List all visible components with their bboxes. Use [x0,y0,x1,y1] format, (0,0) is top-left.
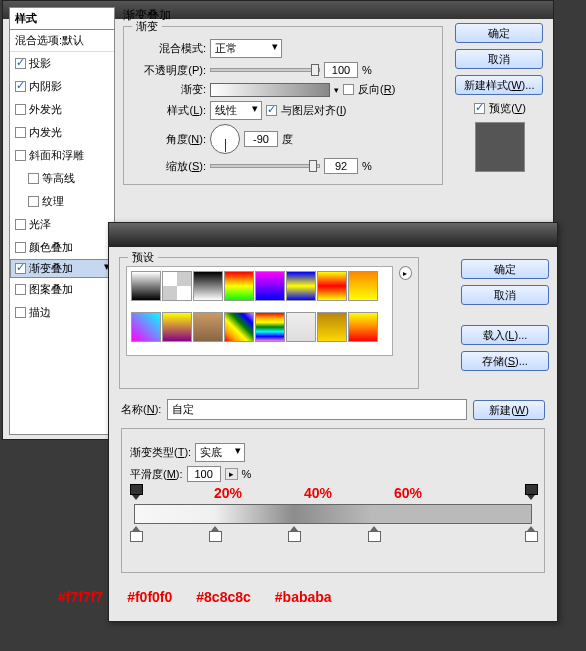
style-checkbox[interactable] [15,307,26,318]
blend-mode-select[interactable]: 正常 [210,39,282,58]
preset-swatch-4[interactable] [255,271,285,301]
gradient-preview-bar[interactable] [210,83,330,97]
style-checkbox[interactable] [15,58,26,69]
preset-swatch-6[interactable] [317,271,347,301]
ge-new-button[interactable]: 新建(W) [473,400,545,420]
gradient-type-fieldset: 渐变类型(T): 实底 平滑度(M): 100 ▸ % 20% 40% 60% [121,428,545,573]
style-item-等高线[interactable]: 等高线 [10,167,114,190]
preset-swatch-10[interactable] [193,312,223,342]
styles-header: 样式 [10,8,114,30]
angle-input[interactable]: -90 [244,131,278,147]
style-item-外发光[interactable]: 外发光 [10,98,114,121]
preset-swatch-12[interactable] [255,312,285,342]
angle-label: 角度(N): [130,132,206,147]
style-item-图案叠加[interactable]: 图案叠加 [10,278,114,301]
ge-save-button[interactable]: 存储(S)... [461,351,549,371]
preset-menu-icon[interactable]: ▸ [399,266,412,280]
reverse-label: 反向(R) [358,82,395,97]
name-input[interactable]: 自定 [167,399,467,420]
preview-swatch [475,122,525,172]
preset-swatch-14[interactable] [317,312,347,342]
opacity-stop-left[interactable] [130,486,141,500]
ge-ok-button[interactable]: 确定 [461,259,549,279]
hex-annotations: #f7f7f7 #f0f0f0 #8c8c8c #bababa [58,589,332,605]
preset-swatch-13[interactable] [286,312,316,342]
opacity-input[interactable]: 100 [324,62,358,78]
style-checkbox[interactable] [15,263,26,274]
gradient-fieldset: 渐变 混合模式: 正常 不透明度(P): 100 % 渐变: ▾ 反向(R) 样… [123,26,443,185]
opacity-label: 不透明度(P): [130,63,206,78]
gradient-editor-titlebar[interactable] [109,223,557,247]
preset-grid [126,266,393,356]
new-style-button[interactable]: 新建样式(W)... [455,75,543,95]
style-item-光泽[interactable]: 光泽 [10,213,114,236]
style-item-纹理[interactable]: 纹理 [10,190,114,213]
styles-list-panel: 样式 混合选项:默认 投影内阴影外发光内发光斜面和浮雕等高线纹理光泽颜色叠加渐变… [9,7,115,435]
style-item-投影[interactable]: 投影 [10,52,114,75]
preset-swatch-9[interactable] [162,312,192,342]
preset-swatch-7[interactable] [348,271,378,301]
gradient-label: 渐变: [130,82,206,97]
style-label: 样式(L): [130,103,206,118]
style-checkbox[interactable] [15,284,26,295]
style-checkbox[interactable] [15,242,26,253]
style-item-斜面和浮雕[interactable]: 斜面和浮雕 [10,144,114,167]
blend-options-item[interactable]: 混合选项:默认 [10,30,114,52]
button-panel: 确定 取消 新建样式(W)... 预览(V) [455,23,545,178]
scale-label: 缩放(S): [130,159,206,174]
preset-swatch-8[interactable] [131,312,161,342]
preset-swatch-15[interactable] [348,312,378,342]
style-checkbox[interactable] [15,150,26,161]
style-item-描边[interactable]: 描边 [10,301,114,324]
angle-dial[interactable] [210,124,240,154]
name-label: 名称(N): [121,402,161,417]
gradient-type-select[interactable]: 实底 [195,443,245,462]
gradient-bar-editor[interactable] [134,496,532,530]
gradient-overlay-panel: 渐变叠加 渐变 混合模式: 正常 不透明度(P): 100 % 渐变: ▾ 反向… [123,7,443,217]
preset-swatch-5[interactable] [286,271,316,301]
align-layer-checkbox[interactable] [266,105,277,116]
style-checkbox[interactable] [15,104,26,115]
color-stop-100[interactable] [525,526,536,540]
preset-fieldset: 预设 ▸ [119,257,419,389]
opacity-slider[interactable] [210,68,320,72]
color-stop-0[interactable] [130,526,141,540]
color-stop-60[interactable] [368,526,379,540]
cancel-button[interactable]: 取消 [455,49,543,69]
smoothness-stepper[interactable]: ▸ [225,468,238,480]
blend-mode-label: 混合模式: [130,41,206,56]
style-select[interactable]: 线性 [210,101,262,120]
style-checkbox[interactable] [15,81,26,92]
style-item-内阴影[interactable]: 内阴影 [10,75,114,98]
preset-swatch-11[interactable] [224,312,254,342]
preview-checkbox[interactable] [474,103,485,114]
gradient-editor-dialog: 预设 ▸ 确定 取消 载入(L)... 存储(S)... 名称(N): 自定 新… [108,222,558,622]
gradient-track[interactable] [134,504,532,524]
style-checkbox[interactable] [28,173,39,184]
ge-cancel-button[interactable]: 取消 [461,285,549,305]
color-stop-20[interactable] [209,526,220,540]
scale-input[interactable]: 92 [324,158,358,174]
style-checkbox[interactable] [28,196,39,207]
ok-button[interactable]: 确定 [455,23,543,43]
smoothness-label: 平滑度(M): [130,467,183,482]
style-item-内发光[interactable]: 内发光 [10,121,114,144]
style-item-颜色叠加[interactable]: 颜色叠加 [10,236,114,259]
scale-slider[interactable] [210,164,320,168]
preset-swatch-2[interactable] [193,271,223,301]
smoothness-input[interactable]: 100 [187,466,221,482]
align-layer-label: 与图层对齐(I) [281,103,346,118]
style-checkbox[interactable] [15,127,26,138]
preset-swatch-1[interactable] [162,271,192,301]
gradient-buttons: 确定 取消 载入(L)... 存储(S)... [461,259,547,377]
style-checkbox[interactable] [15,219,26,230]
color-stop-40[interactable] [288,526,299,540]
gradient-type-label: 渐变类型(T): [130,445,191,460]
reverse-checkbox[interactable] [343,84,354,95]
ge-load-button[interactable]: 载入(L)... [461,325,549,345]
preset-swatch-0[interactable] [131,271,161,301]
section-title: 渐变叠加 [123,7,443,24]
style-item-渐变叠加[interactable]: 渐变叠加 [10,259,114,278]
opacity-stop-right[interactable] [525,486,536,500]
preset-swatch-3[interactable] [224,271,254,301]
